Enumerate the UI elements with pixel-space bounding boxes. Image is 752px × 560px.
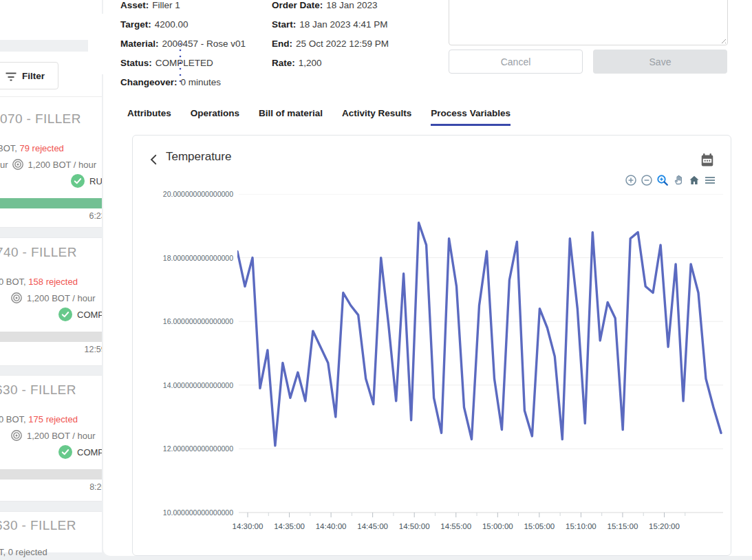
- detail-label: Status:: [120, 58, 152, 68]
- menu-icon[interactable]: [703, 173, 716, 186]
- sidebar-top-block: [0, 0, 102, 40]
- x-axis-label: 14:40:00: [309, 522, 353, 530]
- x-axis-label: 14:35:00: [268, 522, 312, 530]
- status-row: COMPLETED: [58, 308, 102, 321]
- rejected-value: 158 rejected: [28, 277, 78, 287]
- zoom-in-icon[interactable]: [624, 173, 637, 186]
- check-circle-icon: [71, 174, 85, 188]
- detail-value: 1,200: [299, 58, 322, 68]
- detail-value: COMPLETED: [155, 58, 213, 68]
- tab-bill-of-material[interactable]: Bill of material: [259, 108, 323, 126]
- timestamp: 12:59 PM: [84, 345, 102, 354]
- save-button: Save: [593, 50, 727, 74]
- box-zoom-icon[interactable]: [656, 173, 669, 186]
- detail-tabs: AttributesOperationsBill of materialActi…: [127, 108, 511, 126]
- order-detail-row: End:25 Oct 2022 12:59 PM: [272, 34, 389, 54]
- progress-bar: [0, 198, 102, 208]
- detail-label: Changeover:: [120, 77, 178, 87]
- target-rate-value: 1,200 BOT / hour: [27, 431, 96, 441]
- target-icon: [10, 429, 23, 442]
- temperature-chart[interactable]: [237, 194, 727, 520]
- x-axis-label: 14:50:00: [392, 522, 436, 530]
- work-order-title: 070 - FILLER: [0, 111, 81, 127]
- status-label: RUNNING: [89, 176, 102, 186]
- detail-label: Rate:: [272, 58, 295, 68]
- target-icon: [10, 292, 23, 304]
- produced-fragment: BOT,: [0, 143, 20, 153]
- check-circle-icon: [58, 308, 72, 321]
- divider: [0, 501, 102, 512]
- back-chevron-icon[interactable]: [148, 153, 160, 166]
- tab-operations[interactable]: Operations: [191, 108, 239, 126]
- rejected-count: BOT, 79 rejected: [0, 143, 64, 153]
- rejected-count: T, 0 rejected: [0, 547, 47, 557]
- tab-attributes[interactable]: Attributes: [127, 108, 171, 126]
- work-order-card[interactable]: 630 - FILLERT, 0 rejected: [0, 518, 102, 560]
- detail-value: 0 minutes: [181, 77, 222, 87]
- tab-process-variables[interactable]: Process Variables: [431, 108, 511, 126]
- notes-field-wrap: [449, 0, 728, 45]
- divider: [0, 227, 102, 238]
- order-detail-row: Changeover:0 minutes: [120, 73, 246, 92]
- order-detail-row: Material:2000457 - Rose v01: [120, 34, 246, 54]
- y-axis-label: 12.000000000000000: [144, 444, 233, 453]
- timestamp: 6:23 PM: [89, 211, 102, 221]
- x-axis-label: 14:30:00: [226, 522, 270, 530]
- x-axis-label: 15:10:00: [559, 522, 603, 530]
- detail-label: Order Date:: [272, 0, 323, 10]
- detail-value: 2000457 - Rose v01: [162, 39, 246, 49]
- order-detail-row: Start:18 Jan 2023 4:41 PM: [272, 15, 389, 34]
- status-label: COMPLETED: [77, 310, 102, 320]
- zoom-out-icon[interactable]: [640, 173, 653, 186]
- detail-label: Asset:: [120, 0, 149, 10]
- status-row: RUNNING: [71, 174, 102, 188]
- work-order-card[interactable]: 740 - FILLER0 BOT, 158 rejected1,200 BOT…: [0, 245, 102, 362]
- process-variables-card: Temperature 20.00000000000000018.0000000…: [132, 135, 731, 556]
- pan-icon[interactable]: [672, 173, 685, 186]
- target-rate-value: 1,200 BOT / hour: [27, 293, 96, 303]
- detail-label: Target:: [120, 19, 151, 30]
- produced-fragment: 0 BOT,: [0, 414, 28, 424]
- tab-activity-results[interactable]: Activity Results: [342, 108, 411, 126]
- y-axis-label: 14.000000000000000: [144, 380, 233, 390]
- check-circle-icon: [58, 445, 72, 459]
- progress-bar: [0, 469, 102, 480]
- home-icon[interactable]: [687, 173, 700, 186]
- notes-textarea[interactable]: [449, 0, 728, 45]
- x-axis-label: 14:55:00: [434, 522, 478, 530]
- x-axis-label: 15:05:00: [517, 522, 561, 530]
- temperature-line: [237, 223, 721, 446]
- work-order-title: 630 - FILLER: [0, 383, 76, 398]
- rejected-value: 175 rejected: [28, 414, 78, 424]
- x-axis-label: 15:00:00: [475, 522, 519, 530]
- detail-value: 4200.00: [155, 19, 189, 30]
- order-details-right-column: Order Date:18 Jan 2023Start:18 Jan 2023 …: [272, 0, 389, 73]
- calendar-icon[interactable]: [700, 153, 715, 168]
- rejected-value: 79 rejected: [20, 143, 64, 153]
- progress-bar: [0, 332, 102, 342]
- detail-label: End:: [272, 39, 292, 49]
- timestamp: 8:20 AM: [89, 482, 102, 492]
- produced-fragment: 0 BOT,: [0, 277, 28, 287]
- chart-toolbar: [624, 173, 716, 186]
- cancel-button[interactable]: Cancel: [449, 50, 583, 74]
- divider: [0, 96, 102, 97]
- filter-button[interactable]: Filter: [0, 62, 58, 89]
- work-order-card[interactable]: 630 - FILLER0 BOT, 175 rejected1,200 BOT…: [0, 383, 102, 499]
- panel-drag-handle[interactable]: [88, 14, 106, 74]
- y-axis-label: 10.000000000000000: [144, 508, 233, 517]
- order-detail-row: Rate:1,200: [272, 54, 389, 73]
- filter-button-label: Filter: [22, 71, 45, 81]
- status-label: COMPLETED: [77, 447, 102, 457]
- work-order-title: 630 - FILLER: [0, 518, 76, 533]
- work-order-card[interactable]: 070 - FILLERBOT, 79 rejectedur1,200 BOT …: [0, 111, 102, 228]
- x-axis-label: 15:15:00: [601, 522, 645, 530]
- order-detail-row: Target:4200.00: [120, 15, 246, 34]
- rejected-value: 0 rejected: [8, 547, 47, 557]
- rate-fragment: ur: [0, 160, 8, 170]
- divider: [0, 365, 102, 376]
- y-axis-label: 18.000000000000000: [144, 253, 233, 263]
- detail-value: 18 Jan 2023: [326, 0, 377, 10]
- produced-fragment: T,: [0, 547, 8, 557]
- order-detail-row: Order Date:18 Jan 2023: [272, 0, 389, 15]
